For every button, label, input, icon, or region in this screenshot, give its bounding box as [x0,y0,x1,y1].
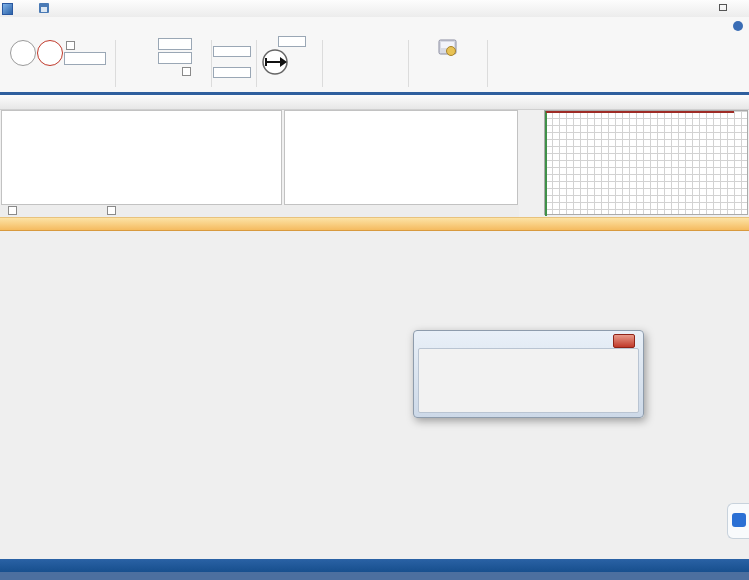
about-dialog-close-button[interactable] [613,334,635,348]
group-divider [487,40,488,87]
taskbar[interactable] [0,572,749,580]
app-icon[interactable] [2,3,13,15]
remote-control-icon [732,513,746,527]
results-table [1,110,282,205]
chart-y-axis-labels [519,110,543,217]
sheet-spacing-input[interactable] [213,67,251,78]
remote-control-tab[interactable] [727,503,749,539]
ribbon-group-part-rotation [116,36,210,92]
ribbon [0,36,749,95]
start-button[interactable] [10,40,36,66]
restore-button[interactable] [715,1,731,13]
rotation-select[interactable] [158,38,192,50]
efficiency-series-line [546,111,734,113]
show-unique-nests-checkbox[interactable] [107,206,116,215]
tilt-input[interactable] [158,52,192,64]
run-time-input[interactable] [64,52,106,65]
layout-canvas[interactable] [0,231,749,559]
close-button[interactable] [733,1,749,13]
chart-plot [544,110,748,215]
ribbon-tab-row [0,17,749,36]
chart-y-axis-line [545,111,547,216]
results-options-row [0,205,519,217]
nesting-direction-icon[interactable] [260,47,290,77]
about-dialog [413,330,644,418]
restore-icon [719,4,727,11]
nest-sheet-svg[interactable] [0,231,311,464]
ribbon-group-spacing [212,36,256,92]
ribbon-group-nesting-direction [257,36,322,92]
title-bar [0,0,749,17]
app-window [0,0,749,580]
auto-select-best-result-checkbox[interactable] [8,206,17,215]
current-layout-header [0,217,749,231]
save-icon[interactable] [39,3,49,13]
about-dialog-body [418,348,639,413]
results-panel-header [0,95,749,110]
ribbon-group-nest-repeats [323,36,408,92]
ribbon-group-costing [409,36,487,92]
material-cost-icon [437,38,459,58]
status-bar [0,559,749,572]
minimize-button[interactable] [697,1,713,13]
mirror-allowed-checkbox[interactable] [182,67,191,76]
stop-button[interactable] [37,40,63,66]
efficiency-chart [519,110,749,217]
fixed-run-checkbox[interactable] [66,41,75,50]
part-spacing-input[interactable] [213,46,251,57]
estimate-material-cost-button[interactable] [409,38,487,64]
ribbon-group-nesting [0,36,115,92]
help-icon[interactable] [733,21,743,31]
direction-angle-input[interactable] [278,36,306,47]
nest-tree-panel [284,110,518,205]
